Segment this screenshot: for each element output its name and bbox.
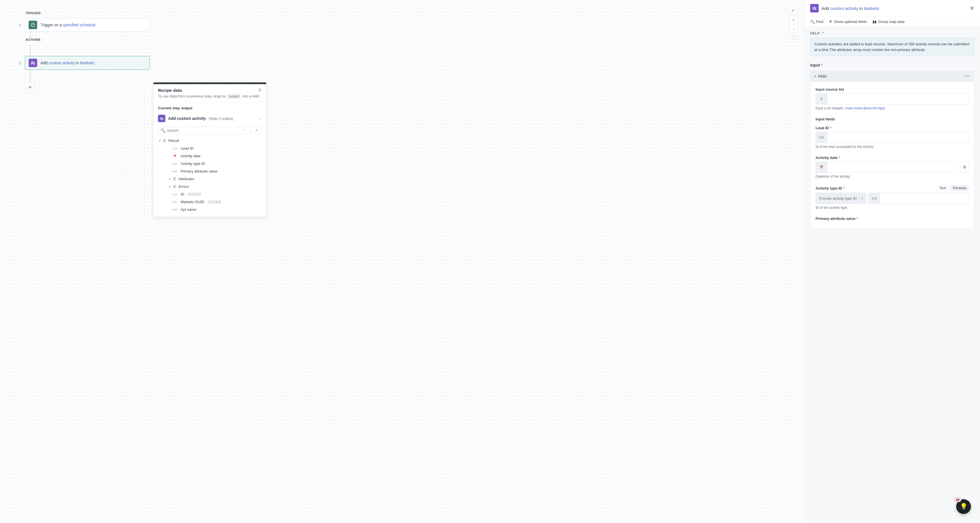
- caret-down-icon: ▾: [815, 75, 816, 78]
- recipe-data-subtitle: To use data from a previous step, drag i…: [158, 94, 262, 99]
- marketo-icon: [158, 115, 165, 122]
- caret-right-icon: ▸: [169, 178, 171, 181]
- tree-node-lead-id[interactable]: 123Lead ID: [158, 144, 262, 152]
- panel-title: Add custom activity in Marketo: [821, 6, 967, 11]
- tree-node-activity-date[interactable]: 📅Activity date: [158, 152, 262, 160]
- recipe-data-title: Recipe data: [158, 88, 182, 93]
- number-icon: 123: [869, 193, 880, 204]
- datapill-tree: ▾ ☰ Result 123Lead ID 📅Activity date 123…: [158, 137, 262, 213]
- calendar-icon: 📅: [172, 155, 178, 157]
- connector: [30, 32, 30, 38]
- help-beacon[interactable]: 19 💡: [956, 499, 971, 514]
- marketo-icon: [29, 59, 37, 67]
- clear-search-button[interactable]: ✕: [255, 128, 259, 132]
- workflow-canvas[interactable]: ↶ + − ⛶ TRIGGER 1 Trigger on a specified…: [0, 0, 804, 523]
- calendar-icon: 📅: [816, 162, 827, 173]
- connector: [30, 45, 30, 56]
- lead-id-label: Lead ID*: [816, 126, 969, 130]
- tree-node-api-name[interactable]: ABCApi name: [158, 206, 262, 213]
- prev-result-button[interactable]: ⌃: [242, 128, 247, 132]
- expand-icon[interactable]: ⇳: [258, 87, 262, 93]
- activity-type-select[interactable]: Provide activity type ID ▾: [816, 193, 867, 204]
- tree-node-attributes[interactable]: ▸☰Attributes: [158, 175, 262, 183]
- output-step-header[interactable]: Add custom activity (Step 2 output) ⌄: [158, 113, 262, 124]
- current-step-output-label: Current step output: [158, 106, 262, 110]
- activity-date-label: Activity date*: [816, 155, 969, 160]
- formula-mode-button[interactable]: Formula: [950, 185, 969, 191]
- lightbulb-icon: 💡: [960, 503, 967, 510]
- canvas-controls: ↶ + − ⛶: [789, 7, 797, 42]
- chevron-down-icon: ▾: [861, 197, 863, 200]
- search-input[interactable]: [167, 128, 240, 133]
- trigger-section-label: TRIGGER: [25, 11, 787, 15]
- lead-id-field[interactable]: [827, 132, 969, 143]
- list-icon: ☰: [816, 94, 827, 104]
- notification-count: 19: [954, 498, 961, 502]
- list-icon: ☰: [173, 177, 177, 181]
- activity-type-id-field[interactable]: [880, 193, 969, 204]
- caret-down-icon: ▾: [159, 139, 161, 142]
- step-text: Trigger on a specified schedule: [41, 23, 95, 27]
- marketo-icon: [810, 4, 819, 13]
- step-number: 1: [17, 23, 21, 27]
- config-panel: Add custom activity in Marketo ✕ 🔍Find 👁…: [804, 0, 980, 523]
- next-result-button[interactable]: ⌄: [248, 128, 253, 132]
- tree-node-errors[interactable]: ▸☰Errors: [158, 183, 262, 190]
- input-source-list-field[interactable]: [827, 94, 969, 104]
- lead-id-hint: Id of the lead associated to the activit…: [816, 145, 969, 149]
- input-source-hint: Input a list datapill. Learn more about …: [816, 106, 969, 110]
- more-icon[interactable]: •••: [964, 74, 970, 78]
- connector: [30, 70, 30, 82]
- input-source-list-label: Input source list: [816, 87, 969, 92]
- activity-date-field[interactable]: [827, 162, 958, 173]
- chevron-down-icon: ⌄: [259, 117, 262, 120]
- actions-section-label: ACTIONS: [25, 38, 787, 41]
- datapill-search[interactable]: 🔍 ⌃ ⌄ ✕: [158, 127, 262, 134]
- step-number: 2: [17, 61, 21, 65]
- date-picker-button[interactable]: ⊞: [961, 162, 969, 172]
- learn-more-link[interactable]: Learn more about list input: [845, 106, 885, 110]
- tree-node-marketo-guid[interactable]: ABCMarketo GUID2312326: [158, 198, 262, 206]
- eye-icon: 👁: [829, 19, 832, 24]
- caret-right-icon: ▸: [169, 185, 171, 188]
- tree-node-activity-type-id[interactable]: 123Activity type ID: [158, 160, 262, 168]
- search-icon: 🔍: [810, 19, 815, 24]
- primary-attr-value-label: Primary attribute value*: [816, 216, 969, 221]
- activity-date-hint: Datetime of the activity.: [816, 174, 969, 179]
- number-icon: 123: [816, 132, 827, 143]
- tree-node-primary-attr[interactable]: ABCPrimary attribute value: [158, 168, 262, 175]
- input-section-title: Input *: [810, 63, 974, 67]
- help-text: Custom activities are added to lead reco…: [810, 38, 974, 56]
- show-optional-fields-button[interactable]: 👁Show optional fields: [829, 19, 867, 24]
- clock-icon: [29, 21, 37, 29]
- search-icon: 🔍: [161, 128, 165, 133]
- tree-node-id[interactable]: 123ID2312326: [158, 190, 262, 198]
- hide-toggle[interactable]: ▾Hide •••: [810, 71, 974, 82]
- input-fields-header: Input fields: [816, 117, 969, 121]
- step-text: Add custom activity in Marketo: [41, 61, 94, 65]
- undo-button[interactable]: ↶: [789, 7, 797, 15]
- activity-type-id-label: Activity type ID* Text Formula: [816, 185, 969, 191]
- tree-node-result[interactable]: ▾ ☰ Result: [158, 137, 262, 144]
- fit-button[interactable]: ⛶: [789, 34, 797, 42]
- close-button[interactable]: ✕: [969, 5, 974, 12]
- action-step-marketo[interactable]: Add custom activity in Marketo: [25, 56, 150, 70]
- list-icon: ☰: [173, 184, 177, 189]
- recipe-data-panel: Recipe data ⇳ To use data from a previou…: [153, 82, 267, 217]
- group-map-data-button[interactable]: ▮▮Group map data: [873, 19, 905, 24]
- zoom-out-button[interactable]: −: [789, 25, 797, 33]
- map-icon: ▮▮: [873, 19, 877, 24]
- find-button[interactable]: 🔍Find: [810, 19, 823, 24]
- activity-type-hint: ID of the activity type.: [816, 206, 969, 210]
- zoom-in-button[interactable]: +: [789, 16, 797, 24]
- chevron-up-icon: ⌃: [821, 32, 825, 35]
- list-icon: ☰: [163, 138, 166, 143]
- text-mode-button[interactable]: Text: [937, 185, 949, 191]
- help-toggle[interactable]: HELP⌃: [810, 32, 974, 35]
- add-step-button[interactable]: +: [25, 82, 35, 92]
- trigger-step[interactable]: Trigger on a specified schedule: [25, 18, 150, 32]
